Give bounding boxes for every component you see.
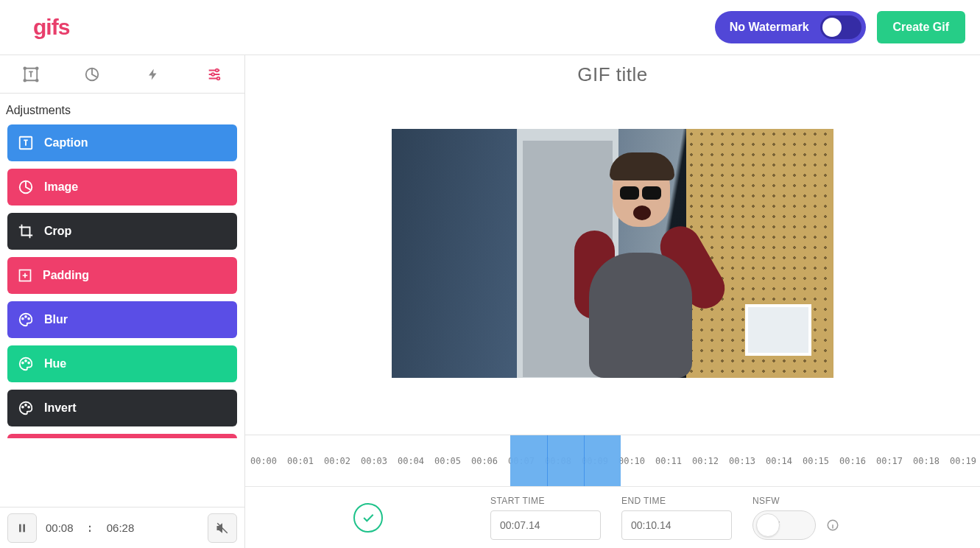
timeline-tick[interactable]: 00:15 [797, 456, 834, 466]
create-gif-button[interactable]: Create Gif [877, 11, 965, 43]
caption-frame-icon [23, 66, 39, 82]
bottom-bar: START TIME END TIME NSFW OFF [245, 486, 980, 548]
current-time: 00:08 [46, 521, 74, 534]
timeline-tick[interactable]: 00:05 [429, 456, 466, 466]
timeline-tick[interactable]: 00:12 [687, 456, 724, 466]
right-column: GIF title 00:0000:0100:0200:0300:0400:05… [245, 55, 980, 548]
svg-point-16 [25, 360, 27, 362]
tab-caption[interactable] [0, 55, 61, 93]
sliders-icon [206, 66, 222, 82]
topbar-actions: No Watermark Create Gif [715, 11, 965, 43]
adjustment-invert[interactable]: Invert [7, 390, 237, 426]
toggle-track [820, 15, 861, 39]
total-time: 06:28 [107, 521, 135, 534]
piechart-icon [84, 66, 100, 82]
nsfw-info[interactable] [826, 519, 839, 532]
timecode: 00:08 : 06:28 [46, 521, 199, 535]
svg-point-20 [28, 407, 29, 408]
adjustment-caption[interactable]: Caption [7, 124, 237, 161]
timeline-tick[interactable]: 00:08 [540, 456, 577, 466]
logo: gifs [33, 15, 69, 40]
timeline-tick[interactable]: 00:01 [282, 456, 319, 466]
adjustment-padding[interactable]: Padding [7, 257, 237, 294]
left-column: Adjustments CaptionImageCropPaddingBlurH… [0, 55, 245, 548]
timeline[interactable]: 00:0000:0100:0200:0300:0400:0500:0600:07… [245, 435, 980, 486]
timeline-tick[interactable]: 00:13 [724, 456, 761, 466]
adjustment-label: Hue [44, 357, 66, 370]
bolt-icon [147, 67, 160, 82]
status-check [353, 503, 383, 533]
nsfw-toggle[interactable]: OFF [752, 510, 816, 540]
pause-icon [16, 522, 28, 534]
image-icon [18, 179, 34, 195]
adjustment-blur[interactable]: Blur [7, 301, 237, 338]
timeline-tick[interactable]: 00:16 [834, 456, 871, 466]
timeline-tick[interactable]: 00:02 [319, 456, 356, 466]
info-icon [826, 519, 839, 532]
panel-title: Adjustments [6, 104, 237, 117]
adjustment-label: Invert [44, 401, 77, 415]
timeline-tick[interactable]: 00:18 [908, 456, 945, 466]
svg-point-7 [211, 73, 214, 76]
svg-point-17 [28, 362, 29, 364]
adjustment-crop[interactable]: Crop [7, 213, 237, 250]
timeline-tick[interactable]: 00:10 [613, 456, 650, 466]
end-time-input[interactable] [621, 510, 732, 540]
tool-tabs [0, 55, 244, 94]
main: Adjustments CaptionImageCropPaddingBlurH… [0, 55, 980, 548]
watermark-label: No Watermark [730, 21, 809, 34]
timeline-tick[interactable]: 00:03 [356, 456, 392, 466]
timeline-ticks: 00:0000:0100:0200:0300:0400:0500:0600:07… [245, 435, 980, 486]
svg-point-19 [25, 404, 27, 406]
mute-button[interactable] [208, 513, 237, 543]
svg-point-14 [28, 318, 29, 320]
svg-point-8 [216, 77, 219, 80]
svg-point-15 [22, 362, 24, 364]
svg-point-13 [25, 316, 27, 317]
toggle-knob [822, 18, 842, 37]
timeline-tick[interactable]: 00:06 [466, 456, 503, 466]
nsfw-group: NSFW OFF [752, 496, 839, 540]
tab-adjustments[interactable] [183, 55, 244, 93]
timeline-tick[interactable]: 00:17 [871, 456, 908, 466]
gif-title-input[interactable]: GIF title [245, 55, 980, 94]
tab-effects[interactable] [122, 55, 183, 93]
svg-point-1 [24, 67, 26, 69]
timeline-tick[interactable]: 00:07 [503, 456, 540, 466]
adjustment-hue[interactable]: Hue [7, 345, 237, 382]
palette-icon [18, 400, 34, 416]
adjustment-image[interactable]: Image [7, 169, 237, 206]
start-time-input[interactable] [490, 510, 601, 540]
adjustment-label: Padding [43, 269, 89, 282]
adjustment-label: Blur [44, 313, 68, 326]
timeline-tick[interactable]: 00:11 [650, 456, 687, 466]
svg-point-6 [215, 68, 218, 71]
palette-icon [18, 356, 34, 372]
timeline-tick[interactable]: 00:00 [245, 456, 282, 466]
timeline-tick[interactable]: 00:19 [945, 456, 980, 466]
watermark-toggle[interactable]: No Watermark [715, 11, 866, 43]
pause-button[interactable] [7, 513, 37, 543]
svg-point-12 [22, 318, 24, 320]
person-art [568, 157, 708, 378]
adjustment-label: Crop [44, 225, 71, 238]
adjustments-scroll[interactable]: Adjustments CaptionImageCropPaddingBlurH… [0, 94, 244, 507]
mute-icon [216, 521, 229, 535]
topbar: gifs No Watermark Create Gif [0, 0, 980, 55]
end-time-label: END TIME [621, 496, 732, 506]
panel-art [745, 304, 811, 356]
check-icon [361, 510, 376, 525]
tab-shapes[interactable] [61, 55, 122, 93]
timeline-tick[interactable]: 00:04 [392, 456, 429, 466]
fields: START TIME END TIME NSFW OFF [490, 496, 980, 540]
padding-icon [18, 268, 32, 283]
start-time-group: START TIME [490, 496, 601, 540]
palette-icon [18, 312, 34, 328]
nsfw-label: NSFW [752, 496, 839, 506]
timeline-tick[interactable]: 00:09 [577, 456, 613, 466]
timeline-tick[interactable]: 00:14 [761, 456, 797, 466]
video-canvas[interactable] [392, 129, 833, 378]
caption-icon [18, 135, 34, 151]
svg-point-3 [24, 79, 26, 81]
preview-stage [245, 94, 980, 435]
